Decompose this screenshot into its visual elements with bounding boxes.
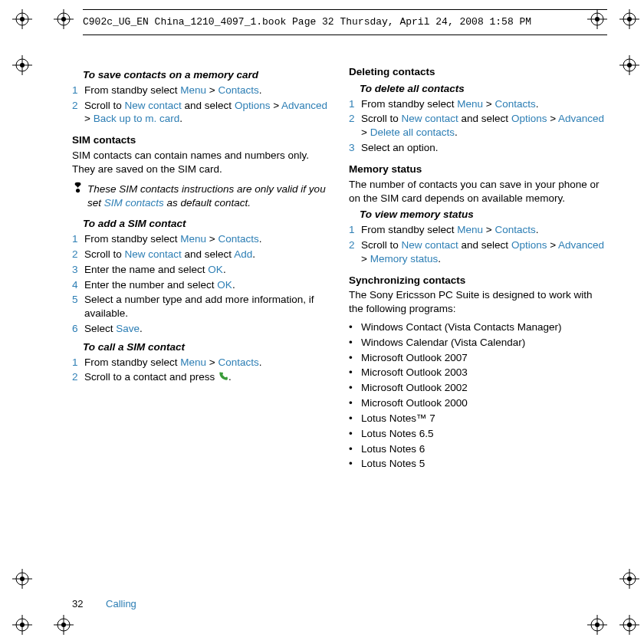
step-number: 5 bbox=[72, 293, 81, 320]
header-text: C902c_UG_EN China_1210_4097_1.book Page … bbox=[83, 15, 531, 28]
step-number: 1 bbox=[72, 356, 81, 370]
step-item: 2Scroll to New contact and select Option… bbox=[349, 112, 606, 140]
step-text: Select an option. bbox=[361, 141, 606, 155]
step-text: Scroll to New contact and select Add. bbox=[84, 248, 329, 261]
svg-point-39 bbox=[61, 623, 66, 627]
list-item: Microsoft Outlook 2007 bbox=[349, 351, 606, 365]
list-item: Windows Calendar (Vista Calendar) bbox=[349, 336, 606, 350]
svg-point-23 bbox=[627, 63, 632, 67]
step-text: From standby select Menu > Contacts. bbox=[361, 223, 606, 237]
step-item: 1From standby select Menu > Contacts. bbox=[72, 84, 329, 97]
svg-point-15 bbox=[627, 17, 632, 21]
list-item: Microsoft Outlook 2003 bbox=[349, 366, 606, 380]
step-list: 1From standby select Menu > Contacts.2Sc… bbox=[72, 84, 329, 126]
step-item: 6Select Save. bbox=[72, 322, 329, 336]
step-number: 4 bbox=[72, 278, 81, 292]
step-number: 2 bbox=[349, 112, 358, 140]
task-heading: To delete all contacts bbox=[360, 82, 606, 96]
step-item: 1From standby select Menu > Contacts. bbox=[72, 356, 329, 370]
header-bar: C902c_UG_EN China_1210_4097_1.book Page … bbox=[83, 14, 607, 31]
step-text: Select Save. bbox=[84, 322, 329, 336]
body-text: The Sony Ericsson PC Suite is designed t… bbox=[349, 288, 606, 316]
step-number: 1 bbox=[72, 232, 81, 246]
svg-point-43 bbox=[595, 623, 600, 627]
crop-mark-icon bbox=[54, 9, 74, 29]
list-item: Windows Contact (Vista Contacts Manager) bbox=[349, 320, 606, 334]
step-text: From standby select Menu > Contacts. bbox=[84, 232, 329, 246]
step-text: Scroll to a contact and press . bbox=[84, 370, 329, 384]
svg-point-35 bbox=[20, 623, 25, 627]
step-text: From standby select Menu > Contacts. bbox=[84, 84, 329, 97]
step-list: 1From standby select Menu > Contacts.2Sc… bbox=[72, 356, 329, 385]
step-number: 2 bbox=[72, 99, 81, 127]
step-item: 1From standby select Menu > Contacts. bbox=[349, 223, 606, 237]
step-text: From standby select Menu > Contacts. bbox=[84, 356, 329, 370]
svg-point-11 bbox=[595, 17, 600, 21]
crop-mark-icon bbox=[12, 55, 32, 75]
svg-point-31 bbox=[627, 577, 632, 581]
list-item: Lotus Notes 6.5 bbox=[349, 427, 606, 441]
page-number: 32 bbox=[72, 598, 83, 610]
page-body: To save contacts on a memory card 1From … bbox=[72, 65, 606, 590]
program-list: Windows Contact (Vista Contacts Manager)… bbox=[349, 320, 606, 471]
step-number: 3 bbox=[349, 141, 358, 155]
note-block: ❢ These SIM contacts instructions are on… bbox=[72, 182, 329, 210]
page-footer: 32 Calling bbox=[72, 597, 136, 610]
body-text: The number of contacts you can save in y… bbox=[349, 178, 606, 205]
step-text: Scroll to New contact and select Options… bbox=[361, 238, 606, 266]
crop-mark-icon bbox=[54, 615, 74, 635]
step-number: 1 bbox=[349, 97, 358, 111]
step-item: 1From standby select Menu > Contacts. bbox=[349, 97, 606, 111]
step-text: From standby select Menu > Contacts. bbox=[361, 97, 606, 111]
list-item: Microsoft Outlook 2000 bbox=[349, 396, 606, 410]
step-item: 1From standby select Menu > Contacts. bbox=[72, 232, 329, 246]
left-column: To save contacts on a memory card 1From … bbox=[72, 65, 329, 590]
step-list: 1From standby select Menu > Contacts.2Sc… bbox=[349, 223, 606, 265]
step-number: 6 bbox=[72, 322, 81, 336]
step-number: 2 bbox=[72, 248, 81, 261]
step-item: 3Enter the name and select OK. bbox=[72, 263, 329, 277]
section-name: Calling bbox=[106, 598, 136, 610]
step-item: 2Scroll to New contact and select Option… bbox=[349, 238, 606, 266]
section-heading: SIM contacts bbox=[72, 133, 329, 147]
note-icon: ❢ bbox=[72, 182, 81, 210]
call-icon bbox=[218, 371, 228, 382]
task-heading: To save contacts on a memory card bbox=[83, 68, 329, 82]
step-text: Enter the number and select OK. bbox=[84, 278, 329, 292]
task-heading: To view memory status bbox=[360, 208, 606, 222]
step-item: 3Select an option. bbox=[349, 141, 606, 155]
step-text: Scroll to New contact and select Options… bbox=[84, 99, 329, 127]
crop-mark-icon bbox=[619, 615, 639, 635]
svg-point-19 bbox=[20, 63, 25, 67]
list-item: Lotus Notes™ 7 bbox=[349, 412, 606, 426]
step-number: 1 bbox=[349, 223, 358, 237]
crop-mark-icon bbox=[12, 569, 32, 589]
step-text: Scroll to New contact and select Options… bbox=[361, 112, 606, 140]
svg-point-47 bbox=[627, 623, 632, 627]
step-text: Enter the name and select OK. bbox=[84, 263, 329, 277]
svg-point-27 bbox=[20, 577, 25, 581]
section-heading: Memory status bbox=[349, 163, 606, 176]
svg-point-7 bbox=[61, 17, 66, 21]
step-item: 2Scroll to a contact and press . bbox=[72, 370, 329, 384]
step-item: 2Scroll to New contact and select Option… bbox=[72, 99, 329, 127]
right-column: Deleting contacts To delete all contacts… bbox=[349, 65, 606, 590]
list-item: Microsoft Outlook 2002 bbox=[349, 381, 606, 395]
crop-mark-icon bbox=[12, 615, 32, 635]
list-item: Lotus Notes 5 bbox=[349, 457, 606, 471]
task-heading: To call a SIM contact bbox=[83, 340, 329, 354]
crop-mark-icon bbox=[587, 615, 607, 635]
section-heading: Deleting contacts bbox=[349, 65, 606, 79]
step-number: 2 bbox=[72, 370, 81, 384]
list-item: Lotus Notes 6 bbox=[349, 442, 606, 456]
step-item: 2Scroll to New contact and select Add. bbox=[72, 248, 329, 261]
step-number: 1 bbox=[72, 84, 81, 97]
crop-mark-icon bbox=[12, 9, 32, 29]
step-item: 5Select a number type and add more infor… bbox=[72, 293, 329, 320]
step-item: 4Enter the number and select OK. bbox=[72, 278, 329, 292]
body-text: SIM contacts can contain names and numbe… bbox=[72, 149, 329, 176]
svg-point-3 bbox=[20, 17, 25, 21]
step-list: 1From standby select Menu > Contacts.2Sc… bbox=[72, 232, 329, 336]
step-number: 3 bbox=[72, 263, 81, 277]
step-list: 1From standby select Menu > Contacts.2Sc… bbox=[349, 97, 606, 155]
